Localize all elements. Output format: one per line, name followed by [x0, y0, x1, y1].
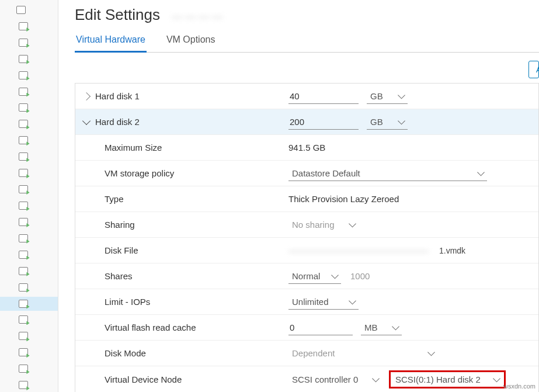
vm-icon	[19, 152, 28, 161]
tree-item[interactable]	[0, 248, 58, 262]
tree-item[interactable]	[0, 117, 58, 131]
vm-icon	[19, 300, 28, 308]
shares-level-select[interactable]: Normal	[288, 269, 341, 284]
tree-item[interactable]	[0, 199, 58, 213]
tree-item[interactable]	[0, 68, 58, 82]
vdn-highlight: SCSI(0:1) Hard disk 2	[389, 370, 506, 388]
row-hard-disk-1[interactable]: Hard disk 1 GB	[75, 84, 538, 109]
tree-item[interactable]	[0, 215, 58, 229]
disk-mode-select: Dependent	[288, 346, 437, 360]
tree-item[interactable]	[0, 166, 58, 180]
tree-item[interactable]	[0, 345, 58, 359]
vm-icon	[19, 365, 28, 373]
vm-name-blurred: — — — —	[172, 11, 222, 23]
vm-icon	[19, 202, 28, 210]
tree-item[interactable]	[0, 182, 58, 196]
vm-icon	[19, 315, 28, 324]
row-maximum-size: Maximum Size 941.5 GB	[75, 135, 538, 161]
tree-item[interactable]	[0, 231, 58, 245]
hd2-label: Hard disk 2	[95, 117, 140, 127]
tree-item[interactable]	[0, 85, 58, 99]
row-sharing: Sharing No sharing	[75, 212, 538, 238]
tree-item[interactable]	[0, 313, 58, 327]
flash-cache-label: Virtual flash read cache	[105, 322, 196, 332]
vm-icon	[19, 136, 28, 144]
vm-icon	[19, 55, 28, 63]
tree-item[interactable]	[0, 150, 58, 164]
tree-item[interactable]	[0, 362, 58, 376]
tab-virtual-hardware[interactable]: Virtual Hardware	[75, 34, 147, 53]
edit-settings-panel: Edit Settings — — — — Virtual Hardware V…	[58, 0, 539, 392]
sharing-select: No sharing	[288, 217, 359, 232]
vm-icon	[19, 185, 28, 193]
sharing-label: Sharing	[105, 220, 135, 230]
type-label: Type	[105, 194, 124, 204]
tree-item-selected[interactable]	[0, 297, 58, 311]
add-device-button[interactable]: A	[528, 61, 539, 78]
shares-label: Shares	[105, 271, 133, 281]
limit-select[interactable]: Unlimited	[288, 294, 359, 310]
row-disk-file: Disk File ———————————————— 1.vmdk	[75, 238, 538, 263]
flash-cache-unit-select[interactable]: MB	[361, 320, 402, 335]
tree-item[interactable]	[0, 133, 58, 147]
hd1-unit-select[interactable]: GB	[367, 89, 408, 104]
hd1-size-input[interactable]	[288, 89, 359, 104]
vm-icon	[19, 234, 28, 242]
vm-icon	[19, 218, 28, 226]
hd2-unit-select[interactable]: GB	[367, 115, 408, 130]
tree-item[interactable]	[0, 19, 58, 33]
tree-item[interactable]	[0, 36, 58, 50]
vdn-controller-select[interactable]: SCSI controller 0	[288, 372, 382, 387]
chevron-down-icon	[82, 117, 91, 125]
tree-item[interactable]	[0, 280, 58, 294]
inventory-tree	[0, 0, 58, 392]
flash-cache-size-input[interactable]	[288, 320, 353, 335]
vm-icon	[19, 283, 28, 292]
vm-icon	[19, 381, 28, 389]
vm-icon	[19, 120, 28, 128]
hd1-label: Hard disk 1	[95, 91, 140, 101]
vm-icon	[19, 267, 28, 275]
page-title: Edit Settings	[75, 6, 160, 24]
row-flash-cache: Virtual flash read cache MB	[75, 315, 538, 341]
tree-item[interactable]	[0, 101, 58, 115]
vm-icon	[19, 332, 28, 340]
folder-icon	[16, 6, 26, 14]
vdn-label: Virtual Device Node	[105, 374, 182, 384]
row-storage-policy: VM storage policy Datastore Default	[75, 161, 538, 186]
max-size-value: 941.5 GB	[288, 143, 325, 152]
storage-policy-label: VM storage policy	[105, 168, 174, 178]
tree-item[interactable]	[0, 378, 58, 392]
tree-item[interactable]	[0, 264, 58, 278]
tree-item[interactable]	[0, 52, 58, 66]
watermark: wsxdn.com	[503, 383, 535, 390]
vm-icon	[19, 348, 28, 356]
disk-file-label: Disk File	[105, 245, 138, 255]
vm-icon	[19, 71, 28, 79]
row-hard-disk-2[interactable]: Hard disk 2 GB	[75, 109, 538, 135]
hd2-size-input[interactable]	[288, 115, 359, 130]
hardware-list: Hard disk 1 GB Hard disk 2 GB	[75, 83, 539, 392]
row-limit-iops: Limit - IOPs Unlimited	[75, 289, 538, 315]
row-type: Type Thick Provision Lazy Zeroed	[75, 186, 538, 212]
vdn-node-select[interactable]: SCSI(0:1) Hard disk 2	[392, 372, 503, 387]
tabs: Virtual Hardware VM Options	[75, 34, 539, 53]
vm-icon	[19, 169, 28, 177]
disk-file-ext: 1.vmdk	[439, 246, 465, 255]
storage-policy-select[interactable]: Datastore Default	[288, 166, 487, 181]
type-value: Thick Provision Lazy Zeroed	[288, 194, 399, 204]
row-shares: Shares Normal	[75, 263, 538, 289]
disk-file-path-blurred: ————————————————	[288, 245, 429, 255]
disk-mode-label: Disk Mode	[105, 348, 146, 358]
vm-icon	[19, 88, 28, 96]
tree-item[interactable]	[0, 3, 58, 17]
vm-icon	[19, 103, 28, 112]
tree-item[interactable]	[0, 329, 58, 343]
row-virtual-device-node: Virtual Device Node SCSI controller 0 SC…	[75, 366, 538, 392]
shares-value-input[interactable]	[349, 269, 413, 283]
max-size-label: Maximum Size	[105, 143, 162, 152]
vm-icon	[19, 251, 28, 259]
vm-icon	[19, 22, 28, 30]
tab-vm-options[interactable]: VM Options	[165, 34, 217, 52]
vm-icon	[19, 39, 28, 47]
